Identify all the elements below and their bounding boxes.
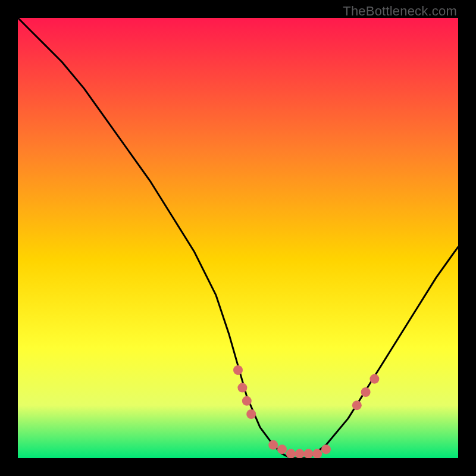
chart-svg bbox=[18, 18, 458, 458]
marker-point bbox=[246, 409, 256, 419]
data-markers bbox=[233, 365, 379, 458]
marker-point bbox=[303, 449, 313, 458]
marker-point bbox=[242, 396, 252, 406]
marker-point bbox=[286, 449, 296, 458]
marker-point bbox=[361, 387, 371, 397]
marker-point bbox=[237, 383, 247, 393]
marker-point bbox=[312, 449, 322, 458]
marker-point bbox=[369, 374, 379, 384]
marker-point bbox=[352, 400, 362, 410]
watermark-text: TheBottleneck.com bbox=[343, 4, 457, 19]
marker-point bbox=[233, 365, 243, 375]
marker-point bbox=[277, 444, 287, 454]
marker-point bbox=[295, 449, 305, 458]
marker-point bbox=[321, 444, 331, 454]
plot-area bbox=[18, 18, 458, 458]
chart-container: TheBottleneck.com bbox=[0, 0, 476, 476]
marker-point bbox=[268, 440, 278, 450]
bottleneck-curve bbox=[18, 18, 458, 458]
